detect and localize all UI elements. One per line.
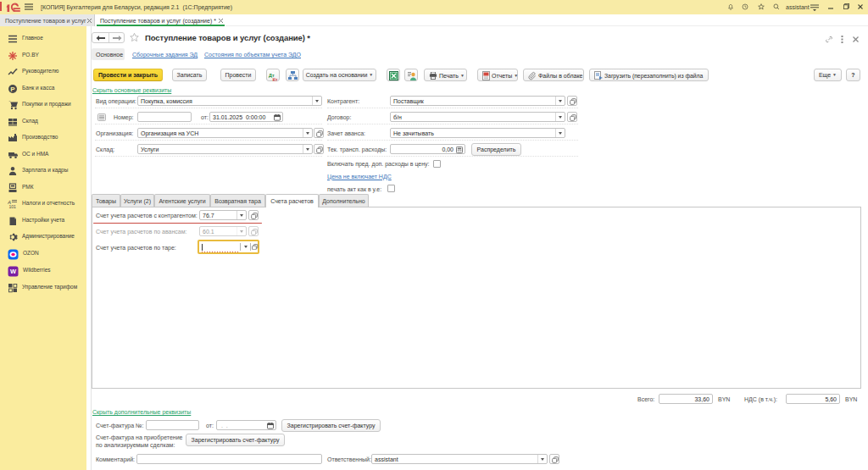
svg-text:W: W [10,268,17,275]
svg-text:101: 101 [9,204,17,209]
svg-text:P: P [10,85,15,92]
